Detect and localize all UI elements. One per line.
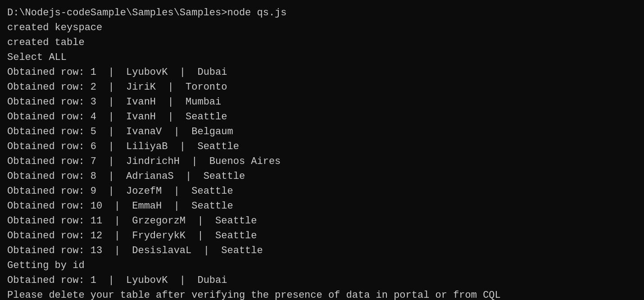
terminal-line: Obtained row: 2 | JiriK | Toronto xyxy=(7,80,637,95)
terminal-line: Obtained row: 5 | IvanaV | Belgaum xyxy=(7,124,637,139)
terminal-line: Obtained row: 8 | AdrianaS | Seattle xyxy=(7,169,637,184)
terminal-line: Obtained row: 3 | IvanH | Mumbai xyxy=(7,95,637,109)
terminal-line: Obtained row: 13 | DesislavaL | Seattle xyxy=(7,243,637,258)
terminal-line: Select ALL xyxy=(7,50,637,65)
terminal-window[interactable]: D:\Nodejs-codeSample\Samples\Samples>nod… xyxy=(0,0,644,300)
terminal-line: Getting by id xyxy=(7,258,637,273)
terminal-line: Obtained row: 6 | LiliyaB | Seattle xyxy=(7,139,637,154)
terminal-line: Obtained row: 11 | GrzegorzM | Seattle xyxy=(7,214,637,228)
terminal-line: created keyspace xyxy=(7,20,637,35)
terminal-line: Obtained row: 12 | FryderykK | Seattle xyxy=(7,228,637,243)
terminal-line: Obtained row: 1 | LyubovK | Dubai xyxy=(7,65,637,80)
terminal-line: D:\Nodejs-codeSample\Samples\Samples>nod… xyxy=(7,5,637,20)
terminal-line: Obtained row: 9 | JozefM | Seattle xyxy=(7,184,637,199)
terminal-line: Obtained row: 7 | JindrichH | Buenos Air… xyxy=(7,154,637,169)
terminal-line: Obtained row: 1 | LyubovK | Dubai xyxy=(7,273,637,288)
terminal-line: Obtained row: 4 | IvanH | Seattle xyxy=(7,109,637,124)
terminal-line: Please delete your table after verifying… xyxy=(7,288,637,300)
terminal-line: created table xyxy=(7,35,637,50)
terminal-line: Obtained row: 10 | EmmaH | Seattle xyxy=(7,199,637,214)
